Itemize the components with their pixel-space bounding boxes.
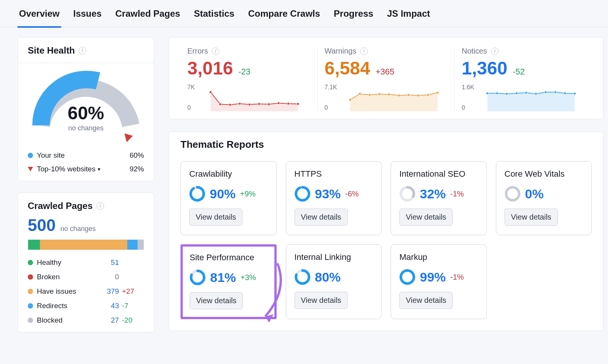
donut-icon — [294, 269, 310, 285]
donut-icon — [399, 269, 415, 285]
report-percent: 81% — [210, 270, 236, 285]
tab-js-impact[interactable]: JS Impact — [385, 0, 431, 27]
view-details-button[interactable]: View details — [294, 292, 348, 309]
issues-summary-card: Errorsi3,016-237K0Warningsi6,584+3657.1K… — [169, 37, 603, 119]
view-details-button[interactable]: View details — [399, 292, 453, 309]
count-value[interactable]: 0 — [97, 273, 119, 281]
report-title: International SEO — [399, 169, 478, 179]
dot-icon — [28, 274, 33, 280]
crawled-subtext: no changes — [60, 225, 96, 233]
summary-notices[interactable]: Noticesi1,360-521.6K0 — [454, 47, 592, 111]
crawled-count[interactable]: 500 — [28, 216, 55, 235]
svg-point-19 — [436, 92, 439, 94]
seg-redirects — [127, 240, 137, 250]
svg-point-11 — [359, 93, 361, 95]
report-card-core-web-vitals: Core Web Vitals0%View details — [496, 161, 592, 235]
summary-label: Notices — [462, 47, 487, 55]
view-details-button[interactable]: View details — [399, 209, 453, 226]
tab-overview[interactable]: Overview — [17, 0, 61, 27]
info-icon[interactable]: i — [79, 47, 86, 54]
report-card-site-performance: Site Performance81%+3%View details — [180, 244, 277, 319]
info-icon[interactable]: i — [97, 202, 104, 210]
thematic-title: Thematic Reports — [180, 139, 592, 150]
tab-issues[interactable]: Issues — [72, 0, 103, 27]
svg-point-36 — [506, 187, 519, 200]
site-health-gauge: 60% no changes — [28, 68, 144, 144]
svg-point-2 — [229, 104, 231, 106]
report-title: Core Web Vitals — [505, 169, 583, 179]
info-icon[interactable]: i — [212, 47, 219, 55]
summary-errors[interactable]: Errorsi3,016-237K0 — [180, 47, 317, 111]
y-max: 1.6K — [462, 84, 474, 91]
delta-value: -7 — [122, 302, 144, 310]
svg-point-9 — [297, 103, 299, 105]
summary-label: Warnings — [325, 47, 356, 55]
y-min: 0 — [325, 104, 337, 111]
sparkline-errors — [198, 84, 310, 111]
tab-crawled-pages[interactable]: Crawled Pages — [114, 0, 182, 27]
list-item[interactable]: Healthy — [28, 258, 94, 267]
site-health-card: Site Health i 60% no changes — [17, 37, 154, 181]
list-item[interactable]: Blocked — [28, 316, 94, 324]
info-icon[interactable]: i — [491, 47, 499, 55]
report-percent: 80% — [315, 270, 341, 285]
svg-point-16 — [407, 94, 410, 96]
sparkline-notices — [477, 84, 585, 111]
dot-icon — [28, 260, 33, 265]
svg-point-15 — [397, 94, 400, 97]
svg-point-24 — [525, 92, 527, 94]
svg-point-12 — [368, 94, 370, 96]
report-card-internal-linking: Internal Linking80%View details — [286, 244, 382, 319]
report-delta: -6% — [345, 190, 359, 198]
report-grid: Crawlability90%+9%View detailsHTTPS93%-6… — [180, 161, 592, 319]
seg-blocked — [138, 240, 144, 250]
site-health-title: Site Health — [28, 45, 75, 56]
svg-point-42 — [401, 271, 414, 283]
y-max: 7.1K — [325, 84, 337, 91]
summary-delta: -23 — [238, 67, 250, 77]
chevron-down-icon: ▾ — [98, 166, 100, 172]
view-details-button[interactable]: View details — [190, 292, 243, 309]
tab-compare-crawls[interactable]: Compare Crawls — [247, 0, 321, 27]
donut-icon — [190, 269, 206, 285]
list-item[interactable]: Have issues — [28, 287, 94, 296]
info-icon[interactable]: i — [360, 47, 368, 55]
svg-point-31 — [191, 187, 204, 200]
tab-statistics[interactable]: Statistics — [192, 0, 236, 27]
summary-label: Errors — [187, 47, 208, 55]
view-details-button[interactable]: View details — [189, 209, 242, 226]
summary-warnings[interactable]: Warningsi6,584+3657.1K0 — [317, 47, 454, 111]
nav-tabs: Overview Issues Crawled Pages Statistics… — [0, 0, 608, 27]
count-value[interactable]: 379 — [97, 287, 119, 296]
delta-value: -20 — [122, 316, 144, 324]
svg-point-17 — [417, 94, 419, 97]
view-details-button[interactable]: View details — [294, 209, 348, 226]
dot-icon — [28, 303, 33, 309]
seg-issues — [40, 240, 127, 250]
svg-point-6 — [268, 103, 270, 105]
seg-healthy — [28, 240, 40, 250]
donut-icon — [505, 186, 521, 202]
report-title: Crawlability — [189, 169, 268, 179]
dot-icon — [28, 318, 33, 323]
count-value[interactable]: 27 — [97, 316, 119, 324]
svg-point-5 — [258, 103, 260, 105]
list-item[interactable]: Broken — [28, 273, 94, 281]
svg-point-20 — [486, 92, 488, 94]
tab-progress[interactable]: Progress — [332, 0, 375, 27]
count-value[interactable]: 51 — [97, 258, 119, 267]
svg-point-13 — [378, 93, 380, 95]
summary-value: 6,584 — [325, 58, 370, 79]
count-value[interactable]: 43 — [97, 302, 119, 310]
list-item[interactable]: Redirects — [28, 302, 94, 310]
svg-point-10 — [349, 99, 351, 101]
report-delta: -1% — [450, 190, 464, 198]
crawled-title: Crawled Pages — [28, 201, 93, 211]
legend-top-sites[interactable]: Top-10% websites ▾ 92% — [28, 165, 144, 173]
svg-point-29 — [573, 92, 576, 95]
svg-point-18 — [427, 94, 429, 96]
summary-value: 1,360 — [462, 58, 507, 79]
report-percent: 93% — [315, 187, 341, 201]
view-details-button[interactable]: View details — [505, 209, 558, 226]
report-delta: -1% — [450, 273, 464, 282]
